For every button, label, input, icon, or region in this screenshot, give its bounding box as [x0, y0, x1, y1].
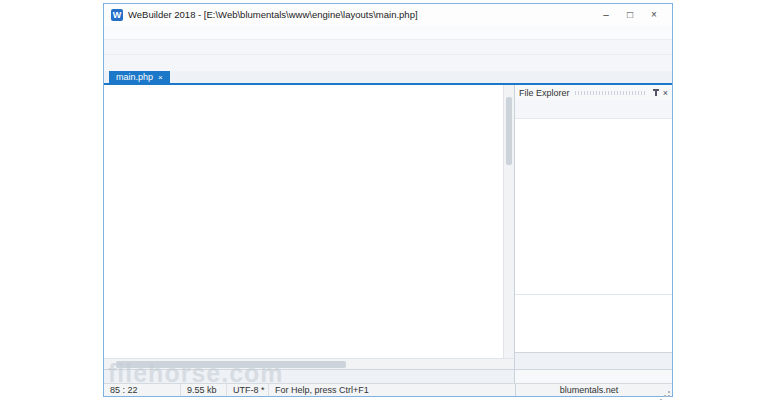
status-encoding: UTF-8 * — [227, 384, 269, 396]
file-explorer-panel: File Explorer × — [514, 85, 672, 369]
minimize-button[interactable]: – — [594, 9, 618, 20]
status-site: blumentals.net — [516, 384, 662, 396]
doc-tab-main-php[interactable]: main.php × — [109, 71, 170, 83]
file-list — [515, 294, 672, 352]
menu-bar — [104, 25, 672, 39]
tab-close-icon[interactable]: × — [158, 73, 163, 82]
toolbar-standard — [104, 39, 672, 54]
pin-icon[interactable] — [655, 89, 657, 96]
editor-vertical-scrollbar[interactable] — [503, 85, 514, 358]
scrollbar-thumb[interactable] — [116, 361, 346, 368]
panel-grip — [575, 91, 647, 95]
folder-tree — [515, 119, 672, 294]
app-icon: W — [111, 9, 123, 21]
resize-grip[interactable] — [662, 385, 672, 395]
close-button[interactable]: × — [642, 9, 666, 20]
panel-close-icon[interactable]: × — [663, 88, 668, 98]
application-window: W WeBuilder 2018 - [E:\Web\blumentals\ww… — [103, 3, 673, 397]
panel-title: File Explorer — [519, 88, 570, 98]
explorer-tabs — [515, 352, 672, 369]
status-cursor-position: 85 : 22 — [104, 384, 181, 396]
document-tab-bar: main.php × — [104, 71, 672, 85]
maximize-button[interactable]: □ — [618, 9, 642, 20]
window-title: WeBuilder 2018 - [E:\Web\blumentals\www\… — [128, 9, 589, 20]
dock-tabs — [514, 370, 672, 383]
explorer-toolbar — [515, 100, 672, 119]
status-bar: 85 : 22 9.55 kb UTF-8 * For Help, press … — [104, 383, 672, 396]
panel-header: File Explorer × — [515, 85, 672, 100]
status-help-text: For Help, press Ctrl+F1 — [269, 384, 516, 396]
scrollbar-thumb[interactable] — [506, 97, 512, 165]
code-editor — [104, 85, 514, 369]
editor-horizontal-scrollbar[interactable] — [104, 358, 514, 369]
editor-mode-tabs — [104, 370, 514, 383]
toolbar-format — [104, 54, 672, 71]
doc-tab-label: main.php — [116, 72, 153, 82]
code-text-area[interactable] — [104, 85, 503, 358]
title-bar: W WeBuilder 2018 - [E:\Web\blumentals\ww… — [104, 4, 672, 25]
status-file-size: 9.55 kb — [181, 384, 227, 396]
tab-nav-buttons — [667, 71, 672, 83]
